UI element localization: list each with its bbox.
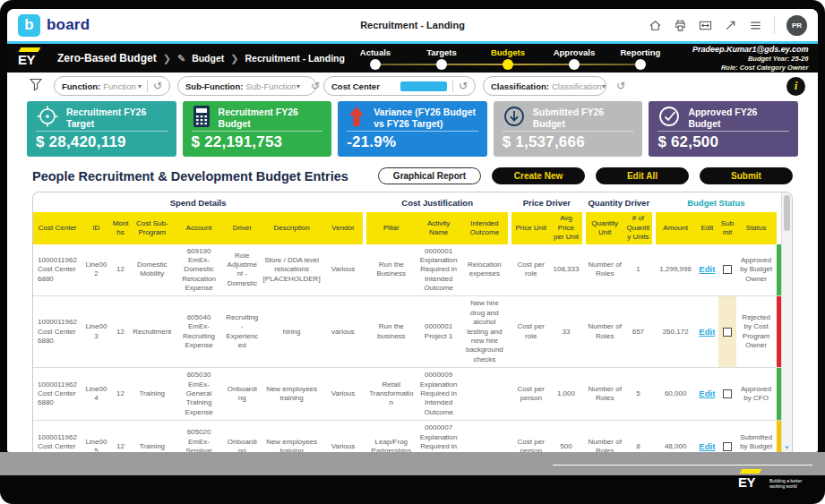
scroll-down-icon[interactable]: ▼ bbox=[782, 445, 792, 450]
cell-driver: Onboarding bbox=[224, 368, 260, 421]
kpi-card-head: Approved FY26 Budget bbox=[657, 106, 789, 130]
step-dot[interactable] bbox=[370, 59, 381, 70]
filter-sub-function[interactable]: Sub-Function:Sub-Function▾↺ bbox=[177, 76, 316, 96]
col-activity-name: Activity Name bbox=[416, 212, 460, 243]
submit-button[interactable]: Submit bbox=[700, 167, 793, 184]
user-avatar[interactable]: PR bbox=[786, 15, 807, 36]
cell-amount: 260,172 bbox=[656, 296, 695, 368]
edit-link[interactable]: Edit bbox=[699, 264, 715, 274]
step-dot[interactable] bbox=[503, 59, 513, 70]
edit-all-button[interactable]: Edit All bbox=[596, 167, 689, 184]
filter-function[interactable]: Function:Function▾↺ bbox=[54, 76, 170, 96]
col-id: ID bbox=[82, 212, 110, 243]
create-new-button[interactable]: Create New bbox=[492, 167, 585, 184]
filter-value: Sub-Function bbox=[245, 81, 296, 91]
cell-amount: 60,000 bbox=[656, 368, 695, 421]
filter-label: Classification: bbox=[491, 81, 549, 91]
graphical-report-button[interactable]: Graphical Report bbox=[378, 167, 481, 184]
scrollbar-thumb[interactable] bbox=[784, 195, 790, 231]
user-role: Role: Cost Category Owner bbox=[692, 64, 809, 72]
table-row: 1000011962 Cost Center 6880Line00412Trai… bbox=[33, 368, 781, 421]
chevron-down-icon[interactable]: ▾ bbox=[138, 82, 142, 90]
filter-funnel-icon[interactable] bbox=[29, 77, 43, 95]
circle-check-icon bbox=[657, 105, 681, 132]
cell-pillar: Run the business bbox=[366, 296, 416, 368]
edit-link[interactable]: Edit bbox=[699, 327, 715, 337]
chevron-down-icon[interactable]: ▾ bbox=[296, 82, 300, 90]
workflow-step-actuals[interactable]: Actuals bbox=[354, 47, 397, 70]
chevron-right-icon: ❯ bbox=[230, 53, 238, 64]
menu-icon[interactable] bbox=[749, 19, 762, 32]
cell--of-quantity-units: 657 bbox=[624, 296, 652, 368]
kpi-card-4: Approved FY26 Budget$ 62,500 bbox=[649, 101, 798, 157]
cell-driver: Onboarding bbox=[224, 421, 260, 452]
breadcrumb-budget[interactable]: Budget bbox=[192, 53, 224, 64]
chevron-down-icon[interactable]: ▾ bbox=[602, 82, 606, 90]
refresh-icon[interactable]: ↺ bbox=[311, 81, 320, 91]
step-dot[interactable] bbox=[635, 59, 646, 70]
filter-value: Classification bbox=[552, 81, 602, 91]
refresh-icon[interactable]: ↺ bbox=[153, 81, 162, 91]
status-cell: Approved by Budget Owner bbox=[736, 244, 777, 296]
table-scrollbar[interactable]: ▼ bbox=[781, 192, 792, 452]
col-pillar: Pillar bbox=[366, 212, 416, 243]
fit-width-icon[interactable] bbox=[699, 19, 712, 32]
cell-cost-center: 1000011962 Cost Center 6880 bbox=[33, 421, 82, 452]
submit-checkbox[interactable] bbox=[723, 389, 732, 398]
breadcrumb-root[interactable]: Zero-Based Budget bbox=[57, 52, 157, 64]
kpi-label: Submitted FY26 Budget bbox=[533, 107, 634, 128]
table-group-header: Spend DetailsCost JustificationPrice Dri… bbox=[33, 192, 781, 212]
kpi-value: $ 28,420,119 bbox=[36, 133, 168, 151]
cell-price-unit: Cost per role bbox=[511, 296, 550, 368]
edit-link[interactable]: Edit bbox=[699, 389, 715, 398]
home-icon[interactable] bbox=[649, 19, 662, 32]
submit-checkbox[interactable] bbox=[723, 328, 732, 337]
cell--of-quantity-units: 5 bbox=[624, 368, 652, 421]
kpi-card-head: Variance (FY26 Budget vs FY26 Target) bbox=[347, 106, 478, 130]
nav-bar: EY Zero-Based Budget ❯ ✎ Budget ❯ Recrui… bbox=[7, 44, 818, 73]
col-quantity-unit: Quantity Unit bbox=[586, 212, 624, 243]
step-dot[interactable] bbox=[436, 59, 447, 70]
edit-cell: Edit bbox=[695, 421, 718, 452]
workflow-step-approvals[interactable]: Approvals bbox=[553, 47, 596, 70]
budget-table: Spend DetailsCost JustificationPrice Dri… bbox=[33, 192, 781, 452]
filter-classification[interactable]: Classification:Classification▾↺ bbox=[483, 76, 606, 96]
kpi-card-head: Submitted FY26 Budget bbox=[503, 106, 634, 130]
breadcrumb: Zero-Based Budget ❯ ✎ Budget ❯ Recruitme… bbox=[57, 52, 345, 64]
cell-months: 12 bbox=[110, 244, 130, 296]
cell-intended-outcome bbox=[461, 368, 508, 421]
col-account: Account bbox=[174, 212, 224, 243]
cell-months: 12 bbox=[110, 368, 130, 421]
refresh-icon[interactable]: ↺ bbox=[616, 81, 625, 91]
cell-pillar: Run the Business bbox=[366, 244, 416, 296]
submit-checkbox[interactable] bbox=[723, 442, 732, 451]
cell-months: 12 bbox=[110, 421, 130, 452]
breadcrumb-current[interactable]: Recruitment - Landing bbox=[245, 53, 345, 64]
arrow-up-icon bbox=[347, 105, 366, 132]
cell-amount: 1,299,996 bbox=[656, 244, 695, 296]
workflow-step-budgets[interactable]: Budgets bbox=[486, 47, 529, 70]
cell-vendor: various bbox=[323, 296, 363, 368]
edit-cell: Edit bbox=[695, 296, 718, 368]
print-icon[interactable] bbox=[674, 19, 687, 32]
workflow-step-reporting[interactable]: Reporting bbox=[619, 47, 662, 70]
kpi-value: $ 62,500 bbox=[657, 133, 789, 151]
col-avg-price-per-unit: Avg Price per Unit bbox=[550, 212, 581, 243]
cell-months: 12 bbox=[110, 296, 130, 368]
cell-cost-sub-program: Training bbox=[131, 421, 174, 452]
cell-intended-outcome bbox=[461, 421, 508, 452]
edit-link[interactable]: Edit bbox=[699, 441, 715, 451]
step-label: Reporting bbox=[621, 47, 661, 57]
step-dot[interactable] bbox=[569, 59, 580, 70]
submit-checkbox[interactable] bbox=[723, 265, 732, 274]
filter-cost-center[interactable]: Cost Center↺ bbox=[323, 76, 476, 96]
cell-quantity-unit: Number of Roles bbox=[586, 296, 624, 368]
refresh-icon[interactable]: ↺ bbox=[459, 81, 468, 91]
col-status: Status bbox=[736, 212, 777, 243]
expand-icon[interactable] bbox=[724, 19, 737, 32]
info-icon[interactable]: i bbox=[786, 77, 805, 96]
workflow-step-targets[interactable]: Targets bbox=[420, 47, 463, 70]
kpi-card-head: Recruitment FY26 Budget bbox=[192, 106, 323, 130]
filter-value: Function bbox=[103, 81, 135, 91]
cell-avg-price-per-unit: 1,000 bbox=[550, 368, 581, 421]
